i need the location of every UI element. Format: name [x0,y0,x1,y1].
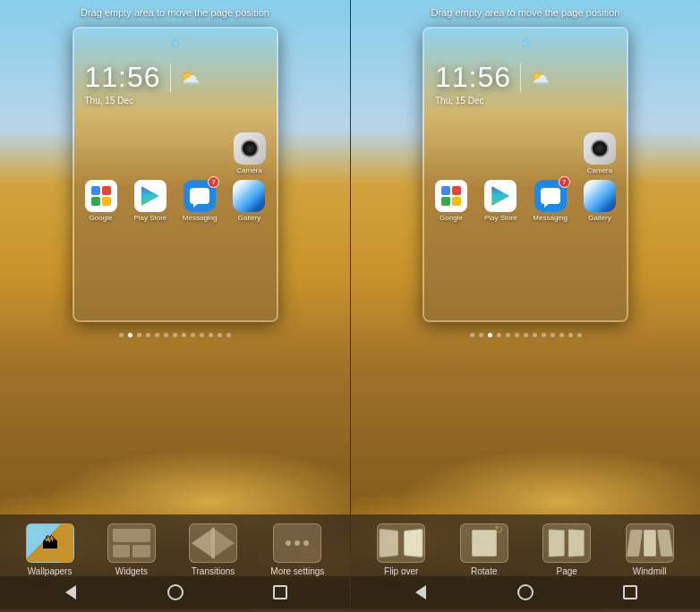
flipover-label: Flip over [384,566,418,576]
google-g1r [441,186,450,195]
wb2 [644,530,656,557]
dot-0[interactable] [119,333,124,337]
messaging-icon-right: 7 [534,180,567,212]
app-grid-right: Camera [424,106,627,227]
google-grid-left [91,186,111,206]
rdot-6[interactable] [524,333,528,337]
home-indicator-left: ⌂ [74,29,277,52]
app-row-2-right: Google Play Store 7 [431,180,619,222]
dot-9[interactable] [200,333,204,337]
nav-bar-right [351,576,700,608]
rdot-7[interactable] [533,333,537,337]
transitions-label: Transitions [192,566,235,576]
dot-7[interactable] [182,333,186,337]
gallery-icon-right [584,180,616,212]
toolbar-transitions[interactable]: Transitions [189,523,237,576]
dot-6[interactable] [173,333,177,337]
dot-3[interactable] [146,333,150,337]
google-g4 [102,197,111,206]
google-g3r [441,197,450,206]
app-row-2-left: Google Play Store 7 [81,180,269,222]
app-playstore-left[interactable]: Play Store [131,180,170,222]
rdot-11[interactable] [568,333,573,337]
rdot-0[interactable] [470,333,474,337]
google-label-right: Google [440,214,463,222]
toolbar-left: Wallpapers Widgets Transitions [0,514,350,612]
widgets-label: Widgets [115,566,148,576]
nav-home-left[interactable] [166,583,184,601]
windmill-label: Windmill [633,566,667,576]
play-triangle-left [141,186,159,206]
toolbar-right: Flip over Rotate [351,514,700,612]
dot-4[interactable] [155,333,159,337]
rdot-10[interactable] [559,333,564,337]
dot-5[interactable] [164,333,168,337]
app-gallery-right[interactable]: Gallery [580,180,619,222]
toolbar-windmill[interactable]: Windmill [626,523,674,576]
screen-preview-right[interactable]: ⌂ 11:56 ⛅ Thu, 15 Dec [423,27,628,322]
rdot-4[interactable] [506,333,510,337]
camera-label-right: Camera [587,166,612,174]
app-row-1-right: Camera [431,132,619,174]
app-camera-right[interactable]: Camera [580,132,619,174]
rdot-9[interactable] [551,333,555,337]
google-grid-right [441,186,461,206]
rotate-label: Rotate [471,566,497,576]
playstore-icon-left [134,180,166,212]
drag-hint-right: Drag empty area to move the page positio… [351,0,700,25]
dot-8[interactable] [191,333,195,337]
playstore-icon-right [484,180,516,212]
camera-label-left: Camera [236,166,261,174]
app-messaging-left[interactable]: 7 Messaging [180,180,219,222]
toolbar-widgets[interactable]: Widgets [107,523,156,576]
nav-recent-left[interactable] [271,583,289,601]
app-grid-left: Camera [74,106,277,227]
google-icon-right [435,180,467,212]
wallpapers-label: Wallpapers [28,566,73,576]
dot-2[interactable] [137,333,141,337]
dot-1[interactable] [128,333,132,337]
left-panel: Drag empty area to move the page positio… [0,0,350,612]
toolbar-items-left: Wallpapers Widgets Transitions [0,523,350,576]
rdot-3[interactable] [497,333,501,337]
toolbar-rotate[interactable]: Rotate [460,523,508,576]
app-row-1-left: Camera [81,132,269,174]
camera-lens-right [591,140,609,157]
dot-12[interactable] [226,333,231,337]
toolbar-page[interactable]: Page [542,523,591,576]
clock-date-right: Thu, 15 Dec [424,96,627,106]
rdot-12[interactable] [577,333,582,337]
transitions-icon [189,523,237,563]
app-playstore-right[interactable]: Play Store [481,180,520,222]
page-icon-box [542,523,591,563]
toolbar-flipover[interactable]: Flip over [377,523,425,576]
camera-icon-left [234,132,266,165]
flipover-icon [380,526,423,560]
toolbar-more[interactable]: More settings [270,523,324,576]
toolbar-wallpapers[interactable]: Wallpapers [26,523,74,576]
flipover-icon-box [377,523,425,563]
rdot-2[interactable] [488,333,492,337]
gallery-inner-left [233,180,265,212]
windmill-icon [627,526,672,560]
drag-hint-left: Drag empty area to move the page positio… [0,0,350,25]
app-gallery-left[interactable]: Gallery [229,180,269,222]
nav-home-right[interactable] [516,583,534,601]
nav-recent-right[interactable] [621,583,639,601]
app-google-right[interactable]: Google [431,180,471,222]
rdot-8[interactable] [542,333,546,337]
more-dot-1 [286,540,291,546]
rdot-1[interactable] [479,333,483,337]
google-g3 [91,197,100,206]
app-messaging-right[interactable]: 7 Messaging [531,180,570,222]
app-camera-left[interactable]: Camera [230,132,269,174]
app-google-left[interactable]: Google [81,180,121,222]
rdot-5[interactable] [515,333,519,337]
dot-11[interactable] [218,333,222,337]
screen-preview-left[interactable]: ⌂ 11:56 ⛅ Thu, 15 Dec [73,27,278,322]
nav-back-left[interactable] [62,583,80,601]
widget-cell-top [113,529,150,542]
nav-back-right[interactable] [412,583,430,601]
wb1 [627,530,643,557]
dot-10[interactable] [209,333,213,337]
